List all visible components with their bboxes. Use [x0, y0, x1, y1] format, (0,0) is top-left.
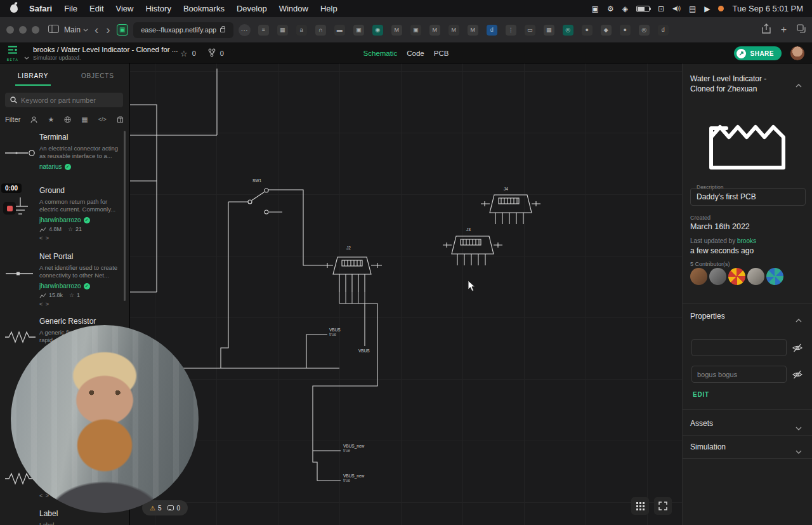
visibility-off-icon[interactable]: [792, 370, 802, 382]
list-item-terminal[interactable]: Terminal An electrical connector actinga…: [0, 130, 124, 183]
flux-logo[interactable]: BETA: [6, 45, 19, 62]
webcam-bubble[interactable]: [11, 325, 199, 513]
property-input-1[interactable]: [691, 339, 787, 356]
search-input[interactable]: [21, 96, 116, 104]
new-tab-icon[interactable]: +: [781, 24, 787, 36]
list-item-net-portal[interactable]: Net Portal A net identifier used to crea…: [0, 249, 124, 314]
tab-favicon[interactable]: ▭: [525, 25, 535, 36]
tab-favicon[interactable]: M: [449, 25, 459, 36]
forward-button[interactable]: ›: [105, 23, 111, 37]
menu-file[interactable]: File: [64, 4, 77, 13]
tab-favicon[interactable]: ◎: [563, 25, 573, 36]
tab-favicon[interactable]: d: [658, 25, 669, 36]
user-avatar[interactable]: [790, 46, 804, 60]
tab-favicon[interactable]: ▣: [410, 25, 421, 36]
tab-favicon[interactable]: ▦: [544, 25, 554, 36]
visibility-off-icon[interactable]: [792, 343, 802, 355]
schematic-canvas[interactable]: SW1 J2 J3 J4 VBUStrue VBUS VBUS_newtrue …: [130, 63, 682, 525]
assets-section-header[interactable]: Assets: [690, 419, 713, 428]
tab-favicon[interactable]: M: [391, 25, 402, 36]
minimize-window-button[interactable]: [19, 26, 27, 34]
zoom-window-button[interactable]: [32, 26, 39, 34]
fullscreen-button[interactable]: [654, 497, 672, 515]
filter-star-icon[interactable]: ★: [48, 116, 54, 124]
display-icon[interactable]: ⊡: [658, 5, 664, 13]
tab-objects[interactable]: OBJECTS: [81, 72, 114, 79]
menu-history[interactable]: History: [145, 4, 171, 13]
filter-code-icon[interactable]: </>: [98, 116, 107, 123]
battery-icon[interactable]: [636, 6, 650, 12]
menu-bookmarks[interactable]: Bookmarks: [183, 4, 225, 13]
contributor-avatar[interactable]: [728, 268, 745, 285]
list-item-ground[interactable]: Ground A common return path forelectric …: [0, 183, 124, 249]
filter-globe-icon[interactable]: [64, 116, 71, 123]
apple-menu-icon[interactable]: [10, 4, 18, 13]
tab-favicon[interactable]: ◉: [372, 25, 383, 36]
component-j3[interactable]: [443, 236, 502, 265]
tab-favicon[interactable]: M: [468, 25, 478, 36]
tab-favicon[interactable]: ●: [582, 25, 593, 36]
share-button[interactable]: SHARE: [734, 46, 782, 60]
tab-favicon[interactable]: ◎: [639, 25, 650, 36]
active-tab-favicon[interactable]: ▣: [117, 24, 128, 36]
property-input-2[interactable]: [691, 366, 787, 383]
share-page-icon[interactable]: [762, 23, 771, 36]
menu-window[interactable]: Window: [279, 4, 308, 13]
contributor-avatar[interactable]: [747, 268, 764, 285]
screen-mirroring-icon[interactable]: ▣: [592, 5, 599, 13]
stop-recording-button[interactable]: [3, 202, 16, 215]
project-title-block[interactable]: brooks / Water Level Indicator - Cloned …: [33, 46, 178, 61]
close-window-button[interactable]: [6, 26, 14, 34]
contributor-avatar[interactable]: [766, 268, 783, 285]
author-name[interactable]: jharwinbarrozo: [39, 282, 81, 289]
tab-favicon[interactable]: ●: [620, 25, 631, 36]
recording-indicator-icon[interactable]: [718, 6, 724, 11]
tab-schematic[interactable]: Schematic: [363, 50, 398, 57]
contributor-avatar[interactable]: [709, 268, 726, 285]
component-j2[interactable]: [324, 257, 382, 303]
menu-safari[interactable]: Safari: [29, 4, 52, 13]
edit-properties-button[interactable]: EDIT: [693, 391, 709, 398]
tab-overview-icon[interactable]: [797, 24, 806, 36]
keyboard-icon[interactable]: ▤: [689, 5, 696, 13]
tab-favicon[interactable]: M: [429, 25, 440, 36]
filter-grid-icon[interactable]: ▦: [81, 116, 88, 124]
tab-favicon[interactable]: ∩: [315, 25, 326, 36]
tab-favicon[interactable]: ≡: [258, 25, 269, 36]
description-field[interactable]: Daddy's first PCB: [690, 188, 806, 206]
filter-package-icon[interactable]: [117, 116, 124, 123]
part-search[interactable]: [5, 93, 123, 107]
tab-favicon[interactable]: a: [296, 25, 307, 36]
menu-view[interactable]: View: [116, 4, 134, 13]
play-icon[interactable]: ▶: [704, 5, 710, 13]
tab-favicon[interactable]: ▬: [334, 25, 345, 36]
collapse-chevron-icon[interactable]: [796, 314, 802, 325]
tab-favicon[interactable]: ◆: [601, 25, 612, 36]
contributor-avatar[interactable]: [690, 268, 707, 285]
component-sw1[interactable]: [248, 189, 268, 214]
author-name[interactable]: jharwinbarrozo: [39, 216, 81, 223]
simulation-section-header[interactable]: Simulation: [690, 442, 726, 451]
address-bar[interactable]: ease--fluxapp.netlify.app: [133, 22, 233, 38]
gear-icon[interactable]: ⚙: [607, 5, 614, 13]
sidebar-toggle-icon[interactable]: [48, 24, 59, 36]
menu-edit[interactable]: Edit: [89, 4, 103, 13]
sidebar-scrollbar[interactable]: [124, 131, 126, 301]
volume-icon[interactable]: ◀)): [672, 6, 681, 11]
asterisk-icon[interactable]: ◈: [622, 5, 628, 13]
menubar-clock[interactable]: Tue Sep 6 5:01 PM: [732, 4, 803, 13]
expand-chevron-icon[interactable]: [796, 422, 802, 433]
back-button[interactable]: ‹: [93, 23, 100, 37]
updated-author[interactable]: brooks: [737, 237, 756, 244]
grid-toggle-button[interactable]: [631, 497, 649, 515]
more-options-icon[interactable]: ⋯: [239, 24, 251, 36]
tab-favicon[interactable]: d: [487, 25, 497, 36]
collapse-chevron-icon[interactable]: [796, 79, 802, 90]
tab-group-selector[interactable]: Main: [64, 25, 88, 34]
project-menu-chevron-icon[interactable]: [24, 51, 29, 62]
tab-favicon[interactable]: ▣: [353, 25, 364, 36]
component-j4[interactable]: [481, 195, 540, 224]
expand-chevron-icon[interactable]: [796, 445, 802, 456]
issues-pill[interactable]: ⚠ 5 0: [142, 500, 188, 515]
tab-pcb[interactable]: PCB: [434, 50, 449, 57]
